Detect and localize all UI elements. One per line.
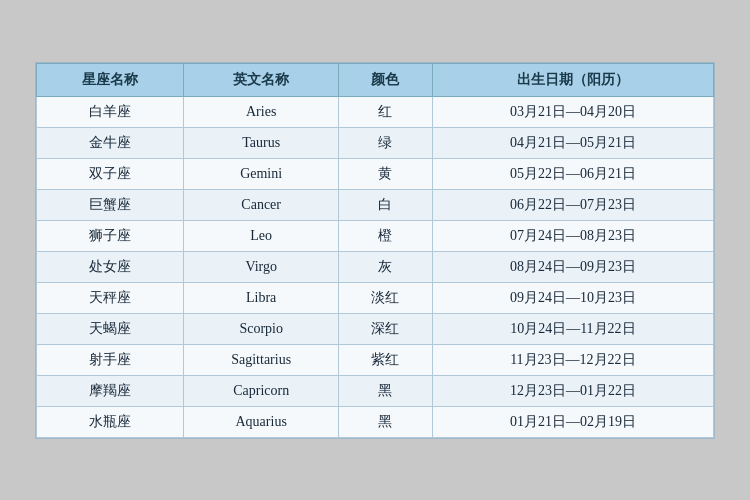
table-row: 摩羯座Capricorn黑12月23日—01月22日	[37, 375, 714, 406]
cell-chinese-name: 水瓶座	[37, 406, 184, 437]
cell-color: 红	[339, 96, 433, 127]
cell-dates: 12月23日—01月22日	[432, 375, 713, 406]
cell-color: 白	[339, 189, 433, 220]
cell-dates: 10月24日—11月22日	[432, 313, 713, 344]
cell-dates: 04月21日—05月21日	[432, 127, 713, 158]
zodiac-table: 星座名称 英文名称 颜色 出生日期（阳历） 白羊座Aries红03月21日—04…	[36, 63, 714, 438]
cell-chinese-name: 射手座	[37, 344, 184, 375]
cell-dates: 08月24日—09月23日	[432, 251, 713, 282]
cell-color: 深红	[339, 313, 433, 344]
table-header-row: 星座名称 英文名称 颜色 出生日期（阳历）	[37, 63, 714, 96]
cell-english-name: Aquarius	[184, 406, 339, 437]
cell-color: 黄	[339, 158, 433, 189]
cell-chinese-name: 巨蟹座	[37, 189, 184, 220]
cell-dates: 09月24日—10月23日	[432, 282, 713, 313]
table-row: 处女座Virgo灰08月24日—09月23日	[37, 251, 714, 282]
table-row: 水瓶座Aquarius黑01月21日—02月19日	[37, 406, 714, 437]
table-row: 白羊座Aries红03月21日—04月20日	[37, 96, 714, 127]
table-row: 天蝎座Scorpio深红10月24日—11月22日	[37, 313, 714, 344]
header-chinese-name: 星座名称	[37, 63, 184, 96]
cell-english-name: Scorpio	[184, 313, 339, 344]
table-row: 狮子座Leo橙07月24日—08月23日	[37, 220, 714, 251]
cell-english-name: Leo	[184, 220, 339, 251]
cell-english-name: Libra	[184, 282, 339, 313]
cell-dates: 11月23日—12月22日	[432, 344, 713, 375]
cell-english-name: Cancer	[184, 189, 339, 220]
cell-dates: 03月21日—04月20日	[432, 96, 713, 127]
cell-chinese-name: 摩羯座	[37, 375, 184, 406]
cell-chinese-name: 处女座	[37, 251, 184, 282]
header-dates: 出生日期（阳历）	[432, 63, 713, 96]
table-row: 巨蟹座Cancer白06月22日—07月23日	[37, 189, 714, 220]
cell-chinese-name: 狮子座	[37, 220, 184, 251]
cell-english-name: Capricorn	[184, 375, 339, 406]
table-body: 白羊座Aries红03月21日—04月20日金牛座Taurus绿04月21日—0…	[37, 96, 714, 437]
cell-color: 淡红	[339, 282, 433, 313]
cell-english-name: Sagittarius	[184, 344, 339, 375]
cell-english-name: Virgo	[184, 251, 339, 282]
cell-color: 黑	[339, 406, 433, 437]
cell-english-name: Aries	[184, 96, 339, 127]
cell-dates: 01月21日—02月19日	[432, 406, 713, 437]
cell-color: 黑	[339, 375, 433, 406]
cell-color: 灰	[339, 251, 433, 282]
cell-chinese-name: 天秤座	[37, 282, 184, 313]
cell-color: 紫红	[339, 344, 433, 375]
table-row: 天秤座Libra淡红09月24日—10月23日	[37, 282, 714, 313]
cell-chinese-name: 双子座	[37, 158, 184, 189]
table-row: 金牛座Taurus绿04月21日—05月21日	[37, 127, 714, 158]
cell-english-name: Taurus	[184, 127, 339, 158]
zodiac-table-wrapper: 星座名称 英文名称 颜色 出生日期（阳历） 白羊座Aries红03月21日—04…	[35, 62, 715, 439]
cell-dates: 06月22日—07月23日	[432, 189, 713, 220]
header-color: 颜色	[339, 63, 433, 96]
cell-dates: 07月24日—08月23日	[432, 220, 713, 251]
header-english-name: 英文名称	[184, 63, 339, 96]
table-row: 射手座Sagittarius紫红11月23日—12月22日	[37, 344, 714, 375]
cell-chinese-name: 金牛座	[37, 127, 184, 158]
table-row: 双子座Gemini黄05月22日—06月21日	[37, 158, 714, 189]
cell-chinese-name: 白羊座	[37, 96, 184, 127]
cell-color: 橙	[339, 220, 433, 251]
cell-color: 绿	[339, 127, 433, 158]
cell-english-name: Gemini	[184, 158, 339, 189]
cell-chinese-name: 天蝎座	[37, 313, 184, 344]
cell-dates: 05月22日—06月21日	[432, 158, 713, 189]
